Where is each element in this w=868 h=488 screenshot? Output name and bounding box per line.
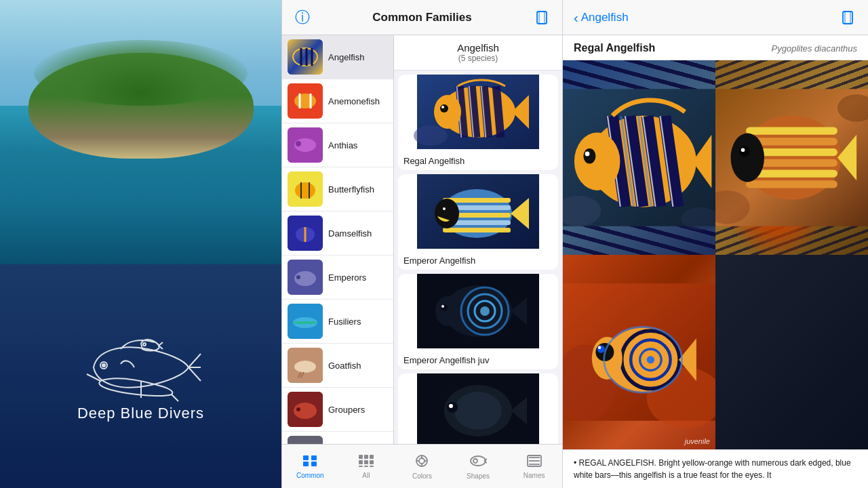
left-panel: Deep Blue Divers	[0, 0, 281, 488]
juvenile-caption: juvenile	[685, 437, 710, 445]
bookmark-icon[interactable]	[532, 8, 551, 27]
species-family-name: Angelfish	[401, 42, 555, 54]
svg-rect-124	[746, 127, 837, 135]
svg-rect-90	[370, 466, 374, 467]
family-item-damselfish[interactable]: Damselfish	[282, 211, 393, 256]
fish-photo-regal-svg	[563, 60, 715, 255]
species-scientific-name: Pygoplites diacanthus	[772, 43, 857, 54]
svg-point-31	[294, 361, 316, 373]
family-name-damselfish: Damselfish	[328, 228, 372, 239]
family-item-groupers[interactable]: Groupers	[282, 388, 393, 432]
svg-point-77	[449, 404, 453, 408]
species-item-emperor[interactable]: Emperor Angelfish	[398, 174, 558, 270]
nav-common-icon	[302, 454, 318, 470]
island-scene	[0, 0, 281, 264]
family-thumb-jacks	[288, 436, 323, 444]
svg-point-49	[434, 95, 461, 129]
right-panel: ‹ Angelfish Regal Angelfish Pygoplites d…	[563, 0, 868, 488]
species-image-emperor	[398, 174, 558, 249]
svg-rect-89	[364, 466, 368, 467]
family-thumb-anthias	[288, 127, 323, 163]
svg-rect-78	[303, 455, 309, 460]
species-item-emperor-juv[interactable]: Emperor Angelfish juv	[398, 274, 558, 369]
nav-shapes[interactable]: Shapes	[450, 445, 507, 488]
family-item-butterflyfish[interactable]: Butterflyfish	[282, 167, 393, 211]
right-content: Regal Angelfish Pygoplites diacanthus	[563, 35, 868, 488]
nav-names-icon	[526, 454, 542, 470]
species-label-emperor: Emperor Angelfish	[398, 251, 558, 270]
nav-names-label: Names	[524, 472, 545, 479]
fish-photo-emperor	[715, 60, 868, 255]
nav-all-label: All	[362, 472, 370, 479]
families-list: Angelfish Anemonefish	[282, 35, 394, 444]
species-panel: Angelfish (5 species)	[394, 35, 562, 444]
right-bookmark-icon[interactable]	[838, 8, 857, 27]
bottom-nav: Common All	[282, 444, 562, 488]
nav-colors[interactable]: Colors	[394, 445, 450, 488]
svg-point-146	[598, 346, 601, 350]
page-title: Common Families	[372, 11, 471, 24]
family-thumb-butterflyfish	[288, 171, 323, 207]
svg-point-70	[435, 296, 460, 326]
svg-point-98	[473, 459, 477, 463]
svg-point-145	[597, 345, 605, 352]
svg-rect-3	[537, 12, 547, 24]
family-item-anthias[interactable]: Anthias	[282, 123, 393, 167]
left-bottom: Deep Blue Divers	[0, 264, 281, 488]
nav-shapes-label: Shapes	[467, 472, 490, 480]
family-thumb-anemonefish	[288, 83, 323, 119]
island-trees	[34, 40, 248, 106]
nav-all[interactable]: All	[338, 445, 395, 488]
svg-rect-87	[370, 460, 374, 464]
species-item-4[interactable]: ...	[398, 373, 558, 444]
family-name-anemonefish: Anemonefish	[328, 96, 380, 106]
svg-point-115	[574, 132, 620, 190]
svg-rect-83	[364, 455, 368, 459]
family-item-emperors[interactable]: Emperors	[282, 256, 393, 300]
nav-shapes-icon	[469, 453, 487, 470]
family-name-butterflyfish: Butterflyfish	[328, 184, 374, 195]
family-item-jacks[interactable]: Jacks &	[282, 432, 393, 444]
svg-point-16	[296, 141, 301, 146]
nav-common[interactable]: Common	[282, 445, 338, 488]
species-image-emperor-juv	[398, 274, 558, 348]
species-detail-header: Regal Angelfish Pygoplites diacanthus	[563, 35, 868, 60]
back-button[interactable]: ‹ Angelfish	[574, 11, 629, 24]
family-item-fusiliers[interactable]: Fusiliers	[282, 300, 393, 344]
svg-rect-85	[359, 460, 363, 464]
hero-image	[0, 0, 281, 264]
fish-description: • REGAL ANGELFISH. Bright yellow-orange …	[563, 449, 868, 488]
svg-point-61	[435, 199, 459, 228]
svg-point-1	[102, 364, 105, 367]
svg-rect-86	[364, 460, 368, 464]
family-thumb-angelfish	[288, 39, 323, 75]
svg-point-53	[512, 80, 539, 96]
svg-point-52	[414, 125, 448, 146]
fish-photo-juvenile-svg	[563, 255, 715, 449]
species-header: Angelfish (5 species)	[394, 35, 562, 70]
species-item-regal[interactable]: Regal Angelfish	[398, 75, 558, 170]
middle-panel: ⓘ Common Families	[281, 0, 563, 488]
svg-point-26	[296, 275, 300, 279]
species-image-regal	[398, 75, 558, 149]
middle-header: ⓘ Common Families	[282, 0, 562, 35]
svg-point-50	[440, 104, 448, 113]
family-name-fusiliers: Fusiliers	[328, 317, 361, 327]
svg-point-131	[739, 146, 750, 157]
species-label-emperor-juv: Emperor Angelfish juv	[398, 351, 558, 369]
svg-rect-103	[843, 12, 852, 24]
svg-point-117	[585, 152, 590, 157]
info-icon[interactable]: ⓘ	[293, 8, 312, 27]
nav-names[interactable]: Names	[506, 445, 562, 488]
svg-point-130	[731, 134, 765, 182]
family-item-anemonefish[interactable]: Anemonefish	[282, 79, 393, 123]
svg-point-71	[441, 304, 448, 311]
svg-point-92	[419, 458, 425, 464]
family-item-angelfish[interactable]: Angelfish	[282, 35, 393, 79]
svg-rect-88	[359, 466, 363, 467]
family-name-angelfish: Angelfish	[328, 52, 364, 62]
species-image-4	[398, 373, 558, 444]
family-item-goatfish[interactable]: Goatfish	[282, 344, 393, 388]
svg-point-132	[741, 148, 745, 152]
family-thumb-goatfish	[288, 348, 323, 383]
